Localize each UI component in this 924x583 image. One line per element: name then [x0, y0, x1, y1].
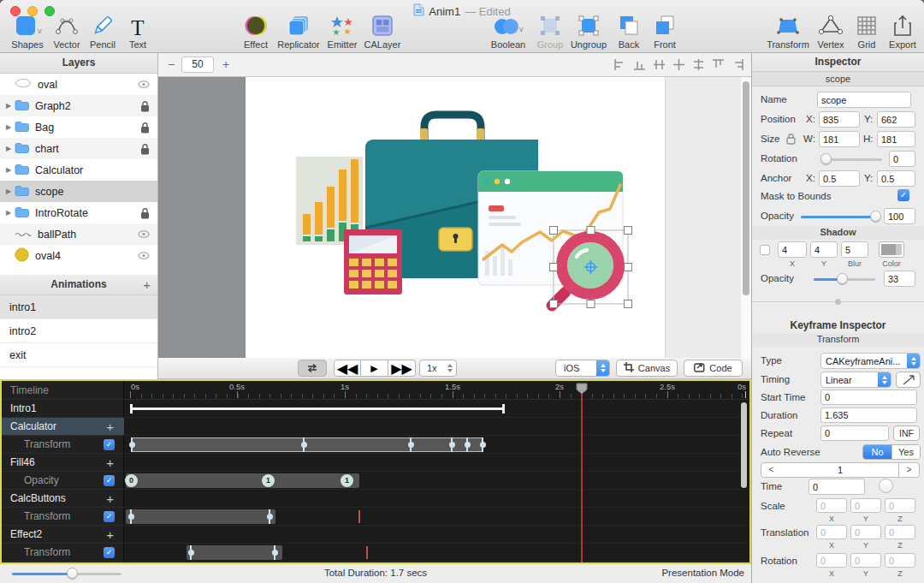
add-track-button[interactable]: +	[106, 491, 114, 506]
bring-front-tool[interactable]: Front	[634, 15, 696, 50]
track-calcbuttons-transform[interactable]: Transform✓	[2, 508, 124, 526]
keyframe-marker[interactable]	[130, 509, 132, 524]
calcbuttons-transform-bar[interactable]	[126, 509, 275, 524]
track-effect2[interactable]: Effect2+	[2, 526, 124, 544]
canvas-vertical-scrollbar[interactable]	[741, 77, 751, 358]
animation-row-intro2[interactable]: intro2	[0, 319, 157, 343]
track-fill46-opacity[interactable]: Opacity✓	[2, 472, 124, 490]
track-calculator-transform[interactable]: Transform✓	[2, 436, 124, 454]
size-h-field[interactable]	[877, 131, 915, 147]
track-effect2-transform[interactable]: Transform✓	[2, 544, 124, 562]
timing-curve-button[interactable]	[896, 372, 921, 388]
lock-icon[interactable]	[140, 100, 150, 112]
disclosure-triangle-icon[interactable]: ▶	[6, 102, 15, 110]
fill46-opacity-bar[interactable]	[126, 473, 359, 488]
size-w-field[interactable]	[819, 131, 860, 147]
disclosure-triangle-icon[interactable]: ▶	[6, 209, 15, 217]
layer-row-introrotate[interactable]: ▶ IntroRotate	[0, 202, 157, 223]
distribute-vertical-icon[interactable]	[692, 58, 705, 74]
translation-z-field[interactable]	[885, 525, 915, 539]
keyframe-marker[interactable]	[190, 545, 192, 560]
animation-row-exit[interactable]: exit	[0, 343, 157, 367]
layer-row-scope[interactable]: ▶ scope	[0, 181, 157, 202]
intro1-duration-bar[interactable]	[130, 408, 505, 410]
add-track-button[interactable]: +	[106, 527, 114, 542]
anchor-y-field[interactable]	[877, 170, 915, 187]
keyframe-marker[interactable]	[274, 545, 275, 560]
canvas-artwork[interactable]	[289, 84, 652, 327]
keyframe-marker[interactable]	[303, 437, 305, 452]
time-record-dot[interactable]	[879, 479, 893, 493]
keyframe-next-button[interactable]: >	[898, 462, 920, 478]
layer-row-calculator[interactable]: ▶ Calculator	[0, 159, 157, 181]
track-enabled-checkbox[interactable]: ✓	[104, 475, 115, 486]
calculator-transform-bar[interactable]	[131, 437, 483, 452]
canvas-mode-button[interactable]: Canvas	[616, 360, 678, 377]
timing-dropdown[interactable]: Linear	[820, 372, 891, 388]
layer-row-oval4[interactable]: oval4	[0, 245, 157, 266]
disclosure-triangle-icon[interactable]: ▶	[6, 187, 15, 195]
layer-row-chart[interactable]: ▶ chart	[0, 138, 157, 159]
shadow-y-field[interactable]	[810, 241, 838, 258]
layer-row-oval[interactable]: oval	[0, 74, 157, 95]
disclosure-triangle-icon[interactable]: ▶	[6, 123, 15, 131]
canvas-viewport[interactable]	[158, 77, 751, 358]
align-bottom-icon[interactable]	[633, 58, 646, 74]
lock-icon[interactable]	[140, 143, 150, 155]
calayer-tool[interactable]: CALayer	[352, 15, 413, 50]
track-calcbuttons[interactable]: CalcButtons+	[2, 490, 124, 508]
align-top-icon[interactable]	[712, 58, 725, 74]
shadow-opacity-field[interactable]	[884, 271, 915, 287]
shadow-checkbox[interactable]	[760, 245, 770, 255]
visibility-eye-icon[interactable]	[138, 252, 150, 259]
fast-forward-button[interactable]: ▶▶	[388, 360, 416, 377]
play-button[interactable]: ▶	[361, 360, 388, 377]
layer-row-graph2[interactable]: ▶ Graph2	[0, 95, 157, 116]
scale-x-field[interactable]	[816, 498, 847, 513]
track-enabled-checkbox[interactable]: ✓	[104, 439, 115, 450]
track-calculator[interactable]: Calculator+	[2, 418, 124, 436]
rotation-y-field[interactable]	[850, 553, 881, 568]
keyframe-marker[interactable]	[451, 437, 453, 452]
start-time-field[interactable]	[820, 390, 917, 405]
name-field[interactable]	[817, 92, 911, 108]
translation-x-field[interactable]	[816, 525, 847, 539]
keyframe-marker[interactable]	[269, 509, 270, 524]
layer-row-ballpath[interactable]: ballPath	[0, 223, 157, 245]
splitter-grip[interactable]	[835, 299, 841, 305]
opacity-keyframe-marker[interactable]: 1	[341, 474, 353, 487]
distribute-horizontal-icon[interactable]	[653, 58, 666, 74]
scale-y-field[interactable]	[850, 498, 881, 513]
add-track-button[interactable]: +	[106, 419, 114, 434]
export-tool[interactable]: Export	[872, 15, 924, 50]
timeline-scrollbar[interactable]	[741, 402, 747, 488]
keyframe-marker[interactable]	[410, 437, 412, 452]
shadow-blur-field[interactable]	[841, 241, 868, 258]
position-y-field[interactable]	[877, 111, 915, 128]
keyframe-marker[interactable]	[482, 437, 483, 452]
zoom-out-button[interactable]: −	[163, 57, 179, 72]
align-center-icon[interactable]	[672, 58, 685, 74]
disclosure-triangle-icon[interactable]: ▶	[6, 145, 15, 152]
align-right-icon[interactable]	[732, 58, 744, 74]
auto-reverse-segmented[interactable]: No Yes	[862, 444, 921, 460]
keyframe-prev-button[interactable]: <	[761, 462, 782, 478]
type-dropdown[interactable]: CAKeyframeAni...	[820, 353, 921, 369]
time-field[interactable]	[808, 479, 865, 495]
mask-to-bounds-checkbox[interactable]: ✓	[897, 189, 909, 201]
rotation-x-field[interactable]	[816, 553, 847, 568]
keyframe-marker[interactable]	[466, 437, 468, 452]
size-lock-icon[interactable]	[786, 133, 796, 146]
track-fill46[interactable]: Fill46+	[2, 454, 124, 472]
track-intro1[interactable]: Intro1	[2, 400, 124, 418]
disclosure-triangle-icon[interactable]: ▶	[6, 166, 15, 174]
code-mode-button[interactable]: Code	[684, 360, 743, 377]
shadow-x-field[interactable]	[778, 241, 807, 258]
auto-reverse-no[interactable]: No	[863, 445, 891, 459]
rewind-button[interactable]: ◀◀	[334, 360, 361, 377]
opacity-keyframe-marker[interactable]: 1	[262, 474, 275, 487]
rotation-field[interactable]	[889, 151, 915, 167]
add-animation-button[interactable]: +	[143, 275, 151, 294]
shadow-color-well[interactable]	[879, 241, 904, 258]
scale-z-field[interactable]	[885, 498, 915, 513]
